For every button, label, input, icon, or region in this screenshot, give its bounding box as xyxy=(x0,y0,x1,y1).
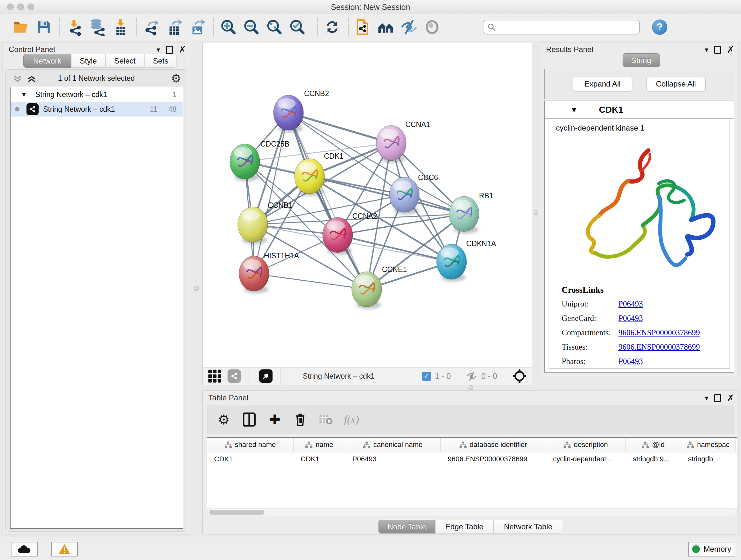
table-horizontal-scrollbar[interactable] xyxy=(207,509,737,516)
uniprot-link[interactable]: P06493 xyxy=(618,300,643,308)
pharos-link[interactable]: P06493 xyxy=(618,357,643,366)
birdseye-crosshair-icon[interactable] xyxy=(512,369,527,383)
panel-float-icon[interactable] xyxy=(714,394,721,402)
left-splitter-handle[interactable] xyxy=(194,286,199,291)
panel-menu-icon[interactable]: ▾ xyxy=(704,46,708,54)
cdk1-section-header[interactable]: ▼ CDK1 xyxy=(545,101,734,119)
show-graphics-button[interactable] xyxy=(423,17,441,37)
genecard-link[interactable]: P06493 xyxy=(618,314,643,323)
column-header-id[interactable]: @id xyxy=(626,438,681,452)
network-view-title: String Network – cdk1 xyxy=(303,372,375,381)
collapse-all-button[interactable]: Collapse All xyxy=(646,77,705,91)
network-node-CDKN1A[interactable] xyxy=(436,244,467,282)
column-header-canonical-name[interactable]: canonical name xyxy=(345,438,441,452)
network-node-CDC25B[interactable] xyxy=(230,144,260,181)
tissues-link[interactable]: 9606.ENSP00000378699 xyxy=(618,343,700,352)
memory-status-dot xyxy=(692,545,700,553)
selected-items-checkbox[interactable]: ✓ xyxy=(422,372,431,381)
column-header-shared-name[interactable]: shared name xyxy=(207,438,293,452)
network-node-CCNE1[interactable] xyxy=(352,272,382,309)
network-edge-count: 48 xyxy=(168,105,177,114)
grid-view-icon[interactable] xyxy=(208,369,222,383)
check-icon: ✓ xyxy=(423,372,429,380)
panel-menu-icon[interactable]: ▾ xyxy=(156,46,160,54)
network-node-CCNB2[interactable] xyxy=(273,95,304,132)
save-session-button[interactable] xyxy=(35,17,53,37)
import-table-from-file-button[interactable] xyxy=(111,17,130,37)
import-network-from-database-button[interactable] xyxy=(88,17,107,37)
column-header-description[interactable]: description xyxy=(546,438,626,452)
main-toolbar: ? xyxy=(0,14,741,40)
warnings-button[interactable] xyxy=(51,542,78,557)
column-header-namespace[interactable]: namespac xyxy=(681,438,736,452)
home-networks-button[interactable] xyxy=(377,17,395,37)
tab-edge-table[interactable]: Edge Table xyxy=(435,520,493,534)
export-network-button[interactable] xyxy=(142,17,161,37)
function-builder-icon[interactable]: f(x) xyxy=(344,412,359,427)
collection-collapse-icon[interactable]: ▼ xyxy=(21,91,27,98)
network-node-HIST1H1A[interactable] xyxy=(239,256,269,294)
export-table-button[interactable] xyxy=(165,17,184,37)
toolbar-separator xyxy=(249,368,249,385)
detach-view-icon[interactable] xyxy=(259,369,273,383)
hide-graphics-button[interactable] xyxy=(400,17,418,37)
panel-close-icon[interactable]: ✗ xyxy=(727,44,734,55)
tab-sets[interactable]: Sets xyxy=(144,54,177,68)
network-row[interactable]: String Network – cdk1 11 48 xyxy=(10,102,183,117)
bottom-splitter-handle[interactable] xyxy=(468,385,473,390)
share-view-icon[interactable] xyxy=(227,369,241,383)
delete-column-trash-icon[interactable] xyxy=(293,412,308,427)
show-columns-icon[interactable] xyxy=(242,412,257,427)
column-header-name[interactable]: name xyxy=(293,438,345,452)
tab-select[interactable]: Select xyxy=(105,54,144,68)
section-collapse-icon: ▼ xyxy=(570,105,578,114)
tab-style[interactable]: Style xyxy=(71,54,105,68)
zoom-selected-button[interactable] xyxy=(288,17,307,37)
zoom-in-button[interactable] xyxy=(219,17,238,37)
zoom-fit-button[interactable] xyxy=(265,17,284,37)
table-options-gear-icon[interactable]: ⚙ xyxy=(216,412,231,427)
import-network-from-file-button[interactable] xyxy=(65,17,84,37)
help-button[interactable]: ? xyxy=(652,19,667,35)
cloud-status-button[interactable] xyxy=(11,542,38,557)
title-bar: Session: New Session xyxy=(0,0,741,14)
search-icon xyxy=(487,23,495,31)
crosslink-label: Compartments: xyxy=(562,328,618,337)
panel-menu-icon[interactable]: ▾ xyxy=(704,394,708,402)
column-header-database-identifier[interactable]: database identifier xyxy=(441,438,546,452)
network-node-CCNA2[interactable] xyxy=(323,217,353,255)
share-document-button[interactable] xyxy=(354,17,373,37)
panel-close-icon[interactable]: ✗ xyxy=(179,44,186,55)
results-content-box: ▼ CDK1 cyclin-dependent kinase 1 xyxy=(544,101,734,373)
zoom-out-button[interactable] xyxy=(242,17,261,37)
network-node-CCNA1[interactable] xyxy=(376,125,406,163)
network-node-CDC6[interactable] xyxy=(389,177,419,214)
network-canvas[interactable]: CCNB2CCNA1CDC25BCDK1CDC6RB1CCNB1CCNA2CDK… xyxy=(203,43,532,367)
cell-database-identifier: 9606.ENSP00000378699 xyxy=(441,452,546,466)
right-splitter-handle[interactable] xyxy=(534,210,538,215)
search-input[interactable] xyxy=(483,20,640,35)
network-node-RB1[interactable] xyxy=(449,196,479,234)
network-collection-row[interactable]: ▼ String Network – cdk1 1 xyxy=(10,87,183,102)
network-options-gear-icon[interactable]: ⚙ xyxy=(171,72,181,85)
open-session-button[interactable] xyxy=(11,17,30,37)
tab-node-table[interactable]: Node Table xyxy=(379,520,435,534)
scrollbar-thumb[interactable] xyxy=(209,510,264,515)
tab-network[interactable]: Network xyxy=(23,54,71,68)
table-row[interactable]: CDK1 CDK1 P06493 9606.ENSP00000378699 cy… xyxy=(207,452,737,466)
tab-network-table[interactable]: Network Table xyxy=(493,520,563,534)
tab-string[interactable]: String xyxy=(623,53,660,67)
delete-table-icon[interactable] xyxy=(319,412,333,427)
export-image-button[interactable] xyxy=(188,17,207,37)
section-title: CDK1 xyxy=(599,105,623,115)
panel-close-icon[interactable]: ✗ xyxy=(727,393,734,403)
network-node-CDK1[interactable] xyxy=(294,159,325,196)
add-column-plus-icon[interactable]: ✚ xyxy=(267,412,282,427)
expand-all-button[interactable]: Expand All xyxy=(573,77,632,91)
panel-float-icon[interactable] xyxy=(714,46,721,54)
apply-layout-button[interactable] xyxy=(323,17,341,37)
memory-button[interactable]: Memory xyxy=(688,542,735,557)
compartments-link[interactable]: 9606.ENSP00000378699 xyxy=(618,328,700,337)
panel-float-icon[interactable] xyxy=(166,46,173,54)
network-node-CCNB1[interactable] xyxy=(238,207,268,244)
